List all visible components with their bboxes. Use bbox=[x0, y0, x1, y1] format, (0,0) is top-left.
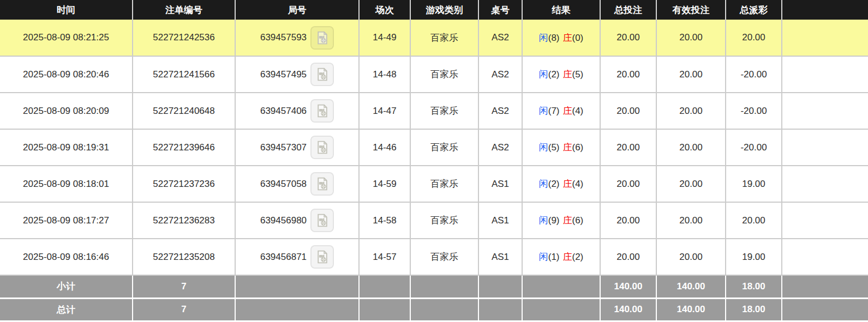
banker-result-score: (4) bbox=[572, 106, 584, 116]
summary-count: 7 bbox=[133, 298, 235, 321]
banker-result-label: 庄 bbox=[563, 69, 572, 80]
cell-result: 闲(2)庄(4) bbox=[522, 166, 600, 202]
summary-empty-table bbox=[478, 275, 522, 298]
cell-bet-id: 522721239646 bbox=[133, 129, 235, 166]
cell-bet-id: 522721237236 bbox=[133, 166, 235, 202]
cell-total-bet: 20.00 bbox=[600, 20, 656, 56]
banker-result-label: 庄 bbox=[563, 33, 572, 43]
video-replay-button[interactable] bbox=[310, 26, 334, 50]
cell-bet-id: 522721236283 bbox=[133, 202, 235, 239]
cell-balance: 122.00 bbox=[782, 202, 868, 239]
cell-session: 14-58 bbox=[359, 202, 410, 239]
summary-empty-result bbox=[522, 275, 600, 298]
cell-table-number: AS2 bbox=[478, 129, 522, 166]
column-header-session: 场次 bbox=[359, 0, 410, 20]
table-row[interactable]: 2025-08-09 08:20:09 522721240648 6394574… bbox=[0, 93, 868, 129]
summary-label: 总计 bbox=[0, 298, 133, 321]
cell-session: 14-59 bbox=[359, 166, 410, 202]
cell-session: 14-57 bbox=[359, 239, 410, 275]
summary-empty-result bbox=[522, 298, 600, 321]
player-result-score: (1) bbox=[548, 252, 560, 262]
player-result-label: 闲 bbox=[539, 142, 548, 153]
video-file-icon bbox=[315, 67, 330, 82]
cell-time: 2025-08-09 08:16:46 bbox=[0, 239, 133, 275]
bet-records-table: 时间注单编号局号场次游戏类别桌号结果总投注有效投注总派彩 2025-08-09 … bbox=[0, 0, 868, 322]
round-number: 639457307 bbox=[260, 142, 307, 153]
cell-session: 14-46 bbox=[359, 129, 410, 166]
video-file-icon bbox=[315, 104, 330, 118]
cell-round: 639457495 bbox=[235, 56, 359, 93]
summary-row-subtotal: 小计 7 140.00 140.00 18.00 bbox=[0, 275, 868, 298]
cell-game-type: 百家乐 bbox=[410, 202, 478, 239]
column-header-round: 局号 bbox=[235, 0, 359, 20]
round-number: 639457495 bbox=[260, 69, 307, 80]
cell-round: 639457058 bbox=[235, 166, 359, 202]
table-row[interactable]: 2025-08-09 08:19:31 522721239646 6394573… bbox=[0, 129, 868, 166]
cell-payout: -20.00 bbox=[726, 129, 782, 166]
video-replay-button[interactable] bbox=[310, 63, 334, 86]
cell-valid-bet: 20.00 bbox=[656, 239, 726, 275]
cell-round: 639457307 bbox=[235, 129, 359, 166]
player-result-score: (7) bbox=[548, 106, 560, 116]
video-replay-button[interactable] bbox=[310, 99, 334, 123]
cell-time: 2025-08-09 08:17:27 bbox=[0, 202, 133, 239]
banker-result-label: 庄 bbox=[563, 252, 572, 262]
column-header-bet_id: 注单编号 bbox=[133, 0, 235, 20]
cell-balance: 101.00 bbox=[782, 20, 868, 56]
summary-balance bbox=[782, 298, 868, 321]
cell-session: 14-48 bbox=[359, 56, 410, 93]
cell-total-bet: 20.00 bbox=[600, 239, 656, 275]
video-replay-button[interactable] bbox=[310, 245, 334, 269]
video-replay-button[interactable] bbox=[310, 209, 334, 232]
banker-result-score: (6) bbox=[572, 215, 584, 226]
summary-valid-bet: 140.00 bbox=[656, 298, 726, 321]
column-header-total_bet: 总投注 bbox=[600, 0, 656, 20]
player-result-label: 闲 bbox=[539, 215, 548, 226]
cell-payout: 19.00 bbox=[726, 166, 782, 202]
cell-table-number: AS2 bbox=[478, 56, 522, 93]
banker-result-score: (6) bbox=[572, 142, 584, 153]
cell-session: 14-49 bbox=[359, 20, 410, 56]
cell-payout: -20.00 bbox=[726, 93, 782, 129]
column-header-valid_bet: 有效投注 bbox=[656, 0, 726, 20]
table-row[interactable]: 2025-08-09 08:21:25 522721242536 6394575… bbox=[0, 20, 868, 56]
table-row[interactable]: 2025-08-09 08:18:01 522721237236 6394570… bbox=[0, 166, 868, 202]
cell-total-bet: 20.00 bbox=[600, 202, 656, 239]
cell-payout: -20.00 bbox=[726, 56, 782, 93]
cell-round: 639456980 bbox=[235, 202, 359, 239]
video-file-icon bbox=[315, 140, 330, 155]
table-row[interactable]: 2025-08-09 08:16:46 522721235208 6394568… bbox=[0, 239, 868, 275]
cell-balance: 103.00 bbox=[782, 239, 868, 275]
cell-valid-bet: 20.00 bbox=[656, 93, 726, 129]
summary-valid-bet: 140.00 bbox=[656, 275, 726, 298]
cell-result: 闲(9)庄(6) bbox=[522, 202, 600, 239]
player-result-label: 闲 bbox=[539, 179, 548, 189]
player-result-label: 闲 bbox=[539, 252, 548, 262]
summary-empty-session bbox=[359, 275, 410, 298]
player-result-score: (5) bbox=[548, 142, 560, 153]
column-header-game_type: 游戏类别 bbox=[410, 0, 478, 20]
cell-bet-id: 522721240648 bbox=[133, 93, 235, 129]
player-result-score: (2) bbox=[548, 179, 560, 189]
video-replay-button[interactable] bbox=[310, 136, 334, 159]
cell-result: 闲(2)庄(5) bbox=[522, 56, 600, 93]
cell-valid-bet: 20.00 bbox=[656, 20, 726, 56]
banker-result-score: (5) bbox=[572, 69, 584, 80]
cell-balance: 142.00 bbox=[782, 166, 868, 202]
cell-result: 闲(1)庄(2) bbox=[522, 239, 600, 275]
player-result-score: (8) bbox=[548, 33, 560, 43]
cell-payout: 20.00 bbox=[726, 20, 782, 56]
cell-result: 闲(5)庄(6) bbox=[522, 129, 600, 166]
summary-empty-round bbox=[235, 298, 359, 321]
table-row[interactable]: 2025-08-09 08:17:27 522721236283 6394569… bbox=[0, 202, 868, 239]
video-file-icon bbox=[315, 177, 330, 191]
cell-round: 639457593 bbox=[235, 20, 359, 56]
cell-time: 2025-08-09 08:21:25 bbox=[0, 20, 133, 56]
summary-count: 7 bbox=[133, 275, 235, 298]
table-row[interactable]: 2025-08-09 08:20:46 522721241566 6394574… bbox=[0, 56, 868, 93]
cell-time: 2025-08-09 08:19:31 bbox=[0, 129, 133, 166]
player-result-score: (2) bbox=[548, 69, 560, 80]
cell-time: 2025-08-09 08:18:01 bbox=[0, 166, 133, 202]
cell-round: 639457406 bbox=[235, 93, 359, 129]
video-replay-button[interactable] bbox=[310, 172, 334, 196]
